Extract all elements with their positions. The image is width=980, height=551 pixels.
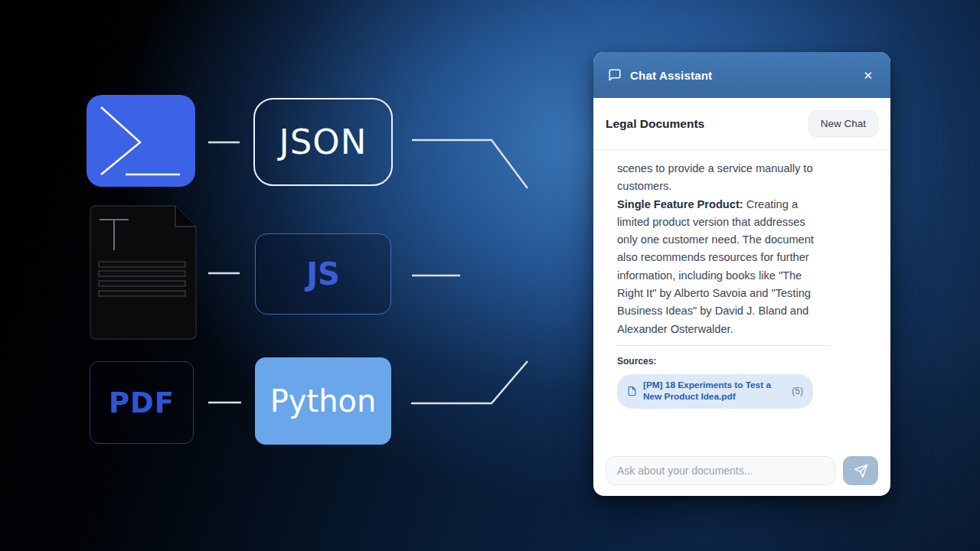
- chat-panel: Chat Assistant ✕ Legal Documents New Cha…: [593, 52, 890, 496]
- send-button[interactable]: [843, 456, 878, 485]
- connector-json-panel: [412, 140, 528, 188]
- text-document-icon: [89, 205, 198, 341]
- chat-header-title: Chat Assistant: [630, 69, 712, 82]
- message-bold-term: Single Feature Product:: [617, 198, 743, 210]
- python-node: Python: [255, 357, 391, 445]
- new-chat-button[interactable]: New Chat: [808, 110, 878, 137]
- sources-divider: [617, 345, 830, 346]
- json-node: JSON: [253, 98, 393, 186]
- pdf-node-label: PDF: [109, 386, 175, 419]
- connector-python-panel: [411, 361, 528, 403]
- source-file-name: [PM] 18 Experiments to Test a New Produc…: [643, 380, 786, 403]
- chat-input[interactable]: [606, 456, 835, 485]
- chat-bubble-icon: [608, 68, 622, 82]
- js-node: JS: [255, 233, 391, 315]
- terminal-node: [87, 95, 195, 187]
- pdf-node: PDF: [90, 361, 194, 444]
- file-icon: [627, 386, 637, 396]
- assistant-message: scenes to provide a service manually to …: [617, 150, 818, 338]
- sources-label: Sources:: [617, 356, 830, 367]
- message-paragraph-2: Creating a limited product version that …: [617, 198, 814, 335]
- source-chip[interactable]: [PM] 18 Experiments to Test a New Produc…: [617, 374, 813, 409]
- python-node-label: Python: [270, 383, 377, 419]
- js-node-label: JS: [306, 256, 340, 292]
- terminal-prompt-icon: [87, 95, 195, 187]
- paper-plane-icon: [854, 464, 868, 478]
- composer-bar: [606, 456, 878, 485]
- chat-header: Chat Assistant ✕: [593, 52, 890, 98]
- message-area: scenes to provide a service manually to …: [617, 150, 830, 409]
- message-paragraph-1: scenes to provide a service manually to …: [617, 162, 813, 192]
- close-icon[interactable]: ✕: [860, 67, 876, 84]
- chat-toolbar: Legal Documents New Chat: [593, 98, 890, 150]
- conversation-title: Legal Documents: [606, 117, 704, 131]
- source-count-badge: (5): [792, 386, 803, 396]
- json-node-label: JSON: [279, 122, 368, 162]
- screenshot-root: JSON JS PDF Python Chat Assistant ✕ Lega…: [0, 0, 980, 551]
